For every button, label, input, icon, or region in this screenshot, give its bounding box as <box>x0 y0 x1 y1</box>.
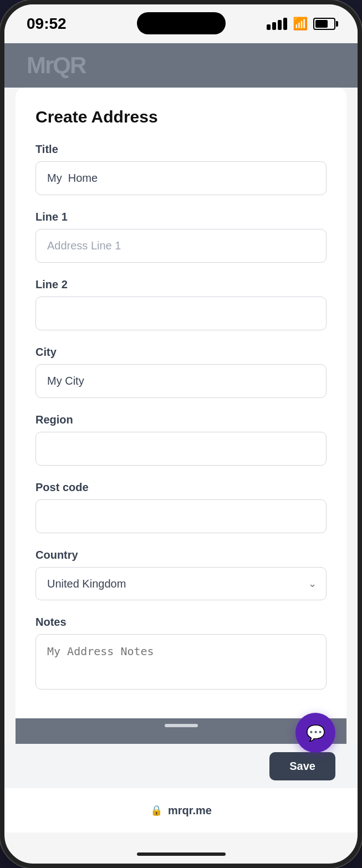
status-bar: 09:52 📶 <box>4 4 358 43</box>
postcode-label: Post code <box>35 481 327 494</box>
lock-icon: 🔒 <box>150 804 162 816</box>
domain-label: 🔒 mrqr.me <box>150 804 212 817</box>
battery-icon <box>313 18 335 30</box>
line1-input[interactable] <box>35 229 327 263</box>
chat-fab-button[interactable]: 💬 <box>295 713 335 753</box>
city-group: City <box>35 346 327 398</box>
title-group: Title <box>35 143 327 195</box>
postcode-group: Post code <box>35 481 327 533</box>
notes-label: Notes <box>35 616 327 629</box>
line1-group: Line 1 <box>35 211 327 263</box>
country-select-wrapper: United Kingdom United States Australia C… <box>35 567 327 600</box>
chat-icon: 💬 <box>306 724 325 742</box>
notch <box>137 12 226 34</box>
status-time: 09:52 <box>27 15 67 33</box>
home-indicator-area: 🔒 mrqr.me <box>4 788 358 833</box>
line2-label: Line 2 <box>35 278 327 291</box>
line2-input[interactable] <box>35 297 327 330</box>
page-title: Create Address <box>35 108 327 126</box>
status-icons: 📶 <box>267 17 335 31</box>
country-group: Country United Kingdom United States Aus… <box>35 549 327 600</box>
region-input[interactable] <box>35 432 327 466</box>
notes-textarea[interactable] <box>35 634 327 690</box>
postcode-input[interactable] <box>35 499 327 533</box>
city-label: City <box>35 346 327 359</box>
form-container: Create Address Title Line 1 Line 2 City … <box>16 88 346 718</box>
title-label: Title <box>35 143 327 156</box>
phone-frame: 09:52 📶 MrQR Create Address Title Line 1 <box>0 0 362 868</box>
region-label: Region <box>35 413 327 426</box>
app-header: MrQR <box>4 43 358 88</box>
scroll-indicator <box>35 724 327 727</box>
region-group: Region <box>35 413 327 466</box>
notes-group: Notes <box>35 616 327 692</box>
country-label: Country <box>35 549 327 561</box>
home-bar <box>137 852 226 856</box>
submit-area: Save <box>4 744 358 788</box>
submit-button[interactable]: Save <box>269 752 335 780</box>
line1-label: Line 1 <box>35 211 327 223</box>
line2-group: Line 2 <box>35 278 327 330</box>
country-select[interactable]: United Kingdom United States Australia C… <box>35 567 327 600</box>
signal-icon <box>267 18 287 30</box>
app-logo: MrQR <box>27 52 85 79</box>
scroll-dot <box>165 724 198 727</box>
title-input[interactable] <box>35 161 327 195</box>
wifi-icon: 📶 <box>293 17 308 31</box>
city-input[interactable] <box>35 364 327 398</box>
